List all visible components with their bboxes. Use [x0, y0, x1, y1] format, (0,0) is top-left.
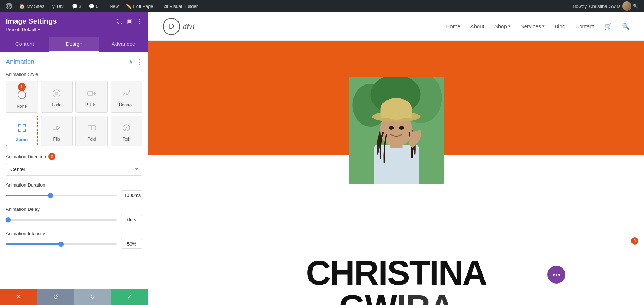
animation-duration-slider-row: 1000ms	[6, 190, 142, 200]
save-button[interactable]: ✓	[111, 289, 148, 305]
anim-zoom-icon	[17, 123, 27, 135]
animation-delay-value: 0ms	[121, 215, 142, 224]
svg-rect-3	[88, 92, 93, 95]
nav-menu: Home About Shop ▾ Services ▾ Blog Contac…	[446, 23, 630, 30]
anim-none[interactable]: 1 None	[6, 81, 38, 113]
section-controls: ∧ ⋮	[128, 58, 142, 66]
more-icon[interactable]: ⋮	[137, 18, 142, 25]
divi-label: Divi	[57, 4, 65, 9]
collapse-button[interactable]: ∧	[128, 59, 133, 65]
anim-fade-label: Fade	[52, 102, 62, 107]
hero-person-image	[349, 77, 444, 184]
panel-title-row: Image Settings ⛶ ▣ ⋮	[6, 17, 142, 25]
name-section: CHRISTINA GWIRA	[148, 234, 644, 305]
animation-duration-label: Animation Duration	[6, 182, 142, 188]
nav-services-chevron: ▾	[542, 24, 545, 29]
preset-row[interactable]: Preset: Default ▾	[6, 27, 142, 32]
cart-icon[interactable]: 🛒	[604, 23, 612, 30]
section-options-button[interactable]: ⋮	[136, 58, 142, 66]
cancel-button[interactable]: ✕	[0, 289, 37, 305]
anim-slide-label: Slide	[87, 102, 96, 107]
nav-contact[interactable]: Contact	[575, 23, 594, 29]
logo-circle: D	[163, 18, 180, 35]
anim-slide[interactable]: Slide	[75, 81, 108, 113]
hero-area	[148, 41, 644, 234]
tabs-row: Content Design Advanced	[0, 37, 148, 52]
comments-count: 3	[79, 4, 82, 9]
undo-button[interactable]: ↺	[37, 289, 74, 305]
panel-header: Image Settings ⛶ ▣ ⋮ Preset: Default ▾	[0, 12, 148, 37]
svg-point-0	[18, 91, 26, 99]
last-name-partial-text: IRA	[396, 288, 453, 305]
hero-image-container	[349, 77, 444, 184]
comments-menu[interactable]: 💬 3	[69, 0, 84, 12]
nav-blog[interactable]: Blog	[555, 23, 565, 29]
chat-bubble-dots	[553, 274, 560, 276]
anim-zoom[interactable]: Zoom	[6, 116, 38, 146]
wp-admin-logo[interactable]	[3, 0, 15, 12]
my-sites-menu[interactable]: 🏠 My Sites	[16, 0, 47, 12]
anim-none-label: None	[16, 104, 27, 109]
animation-intensity-value: 50%	[121, 239, 142, 249]
panel-header-icons: ⛶ ▣ ⋮	[117, 18, 142, 25]
redo-icon: ↻	[90, 293, 95, 301]
admin-bar: 🏠 My Sites ◎ Divi 💬 3 💬 0 + New ✏️ Edit …	[0, 0, 644, 12]
redo-button[interactable]: ↻	[74, 289, 111, 305]
animation-direction-select[interactable]: Center Top Bottom Left Right	[6, 163, 142, 176]
anim-roll[interactable]: Roll	[111, 116, 143, 146]
animation-intensity-slider[interactable]	[6, 243, 117, 245]
animation-direction-section: Animation Direction 2 Center Top Bottom …	[6, 153, 142, 176]
nav-services[interactable]: Services ▾	[521, 23, 545, 29]
anim-bounce[interactable]: Bounce	[111, 81, 143, 113]
user-menu[interactable]: Howdy, Christina Gwira 🔍	[570, 1, 641, 11]
comments-zero[interactable]: 💬 0	[86, 0, 101, 12]
animation-duration-slider[interactable]	[6, 195, 117, 196]
site-nav: D divi Home About Shop ▾ Services ▾ Blog…	[148, 12, 644, 41]
save-icon: ✓	[127, 293, 132, 301]
dot-1	[553, 274, 555, 276]
search-icon[interactable]: 🔍	[622, 23, 630, 30]
nav-services-label: Services	[521, 23, 541, 29]
anim-fade[interactable]: Fade	[41, 81, 73, 113]
dot-3	[558, 274, 560, 276]
anim-fold-label: Fold	[87, 137, 96, 142]
animation-grid: 1 None Fade	[6, 81, 142, 146]
exit-builder-button[interactable]: Exit Visual Builder	[158, 0, 201, 12]
anim-bounce-icon	[122, 89, 131, 100]
edit-page-button[interactable]: ✏️ Edit Page	[123, 0, 156, 12]
svg-rect-18	[380, 109, 412, 118]
logo-d: D	[169, 22, 174, 30]
svg-point-20	[399, 126, 404, 130]
last-name-partial: GWIRA	[156, 290, 637, 305]
animation-delay-slider-row: 0ms	[6, 215, 142, 224]
left-panel: Image Settings ⛶ ▣ ⋮ Preset: Default ▾ C…	[0, 12, 148, 305]
tab-content[interactable]: Content	[0, 37, 49, 52]
animation-delay-slider[interactable]	[6, 219, 117, 221]
nav-home[interactable]: Home	[446, 23, 460, 29]
animation-delay-label: Animation Delay	[6, 207, 142, 212]
animation-section-header: Animation ∧ ⋮	[6, 58, 142, 66]
direction-badge: 2	[48, 153, 55, 160]
panel-content: Animation ∧ ⋮ Animation Style 1 None	[0, 52, 148, 289]
nav-shop-label: Shop	[494, 23, 507, 29]
logo-text: divi	[183, 22, 195, 31]
maximize-icon[interactable]: ⛶	[117, 18, 123, 25]
tab-design[interactable]: Design	[49, 37, 99, 52]
main-layout: Image Settings ⛶ ▣ ⋮ Preset: Default ▾ C…	[0, 12, 644, 305]
nav-about[interactable]: About	[470, 23, 484, 29]
split-icon[interactable]: ▣	[127, 18, 132, 25]
anim-slide-icon	[87, 89, 96, 100]
animation-intensity-slider-row: 50%	[6, 239, 142, 249]
cancel-icon: ✕	[16, 293, 21, 301]
chat-bubble-button[interactable]	[547, 266, 565, 284]
anim-flip[interactable]: Flip	[41, 116, 73, 146]
animation-duration-section: Animation Duration 1000ms	[6, 182, 142, 200]
tab-advanced[interactable]: Advanced	[99, 37, 148, 52]
new-content-button[interactable]: + New	[103, 0, 122, 12]
dot-2	[556, 274, 557, 276]
anim-bounce-label: Bounce	[119, 102, 134, 107]
divi-menu[interactable]: ◎ Divi	[49, 0, 68, 12]
anim-fold[interactable]: Fold	[75, 116, 108, 146]
nav-shop[interactable]: Shop ▾	[494, 23, 511, 29]
nav-shop-chevron: ▾	[508, 24, 511, 29]
